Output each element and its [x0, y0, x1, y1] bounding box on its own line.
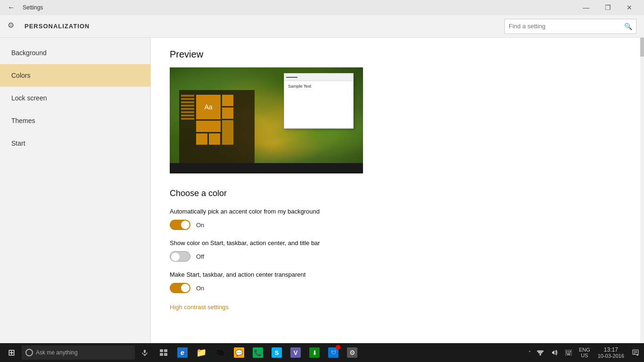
taskbar-app-skype[interactable]: S	[268, 343, 286, 362]
preview-tile-col1: Aa	[196, 95, 221, 145]
tray-time: 13:17	[604, 346, 618, 353]
auto-accent-knob	[181, 221, 190, 229]
svg-rect-15	[568, 353, 569, 354]
personalization-icon: ⚙	[8, 21, 19, 32]
edge-icon: e	[177, 347, 188, 358]
mic-button[interactable]	[136, 343, 154, 362]
tray-chevron[interactable]: ˄	[527, 350, 533, 355]
tray-date: 10-03-2016	[598, 353, 624, 359]
preview-tile-tall	[222, 120, 233, 145]
phone-icon: 📞	[253, 347, 263, 358]
high-contrast-link[interactable]: High contrast settings	[170, 304, 229, 311]
svg-rect-5	[160, 353, 163, 356]
taskbar: ⊞ Ask me anything e 📁 🛍 💬	[0, 343, 644, 362]
sidebar-item-themes[interactable]: Themes	[0, 109, 150, 132]
preview-tile-xs1	[196, 133, 207, 145]
preview-tile-small1	[196, 121, 221, 132]
messaging-icon: 💬	[234, 347, 244, 358]
keyboard-icon	[565, 350, 572, 355]
viber-icon: V	[290, 347, 301, 358]
headerbar-left: ⚙ PERSONALIZATION	[8, 21, 90, 32]
sidebar-item-start[interactable]: Start	[0, 132, 150, 155]
search-input[interactable]	[509, 23, 621, 30]
tray-network-icon[interactable]	[534, 343, 547, 362]
transparent-toggle-row: On	[170, 283, 621, 293]
taskbar-app-viber[interactable]: V	[287, 343, 305, 362]
tray-region-code: US	[581, 353, 588, 358]
tray-language[interactable]: ENG US	[576, 343, 593, 362]
transparent-state: On	[196, 285, 204, 292]
tray-lang-code: ENG	[579, 347, 590, 353]
choose-color-title: Choose a color	[170, 189, 621, 198]
settings-app-icon: ⚙	[347, 347, 357, 358]
system-tray: ˄	[527, 343, 642, 362]
preview-window-titlebar	[284, 74, 353, 81]
taskbar-app-messaging[interactable]: 💬	[230, 343, 248, 362]
preview-tile-row	[196, 133, 221, 145]
preview-container: Aa	[170, 67, 363, 173]
sidebar: Background Colors Lock screen Themes Sta…	[0, 38, 151, 343]
svg-rect-16	[570, 353, 570, 354]
task-view-button[interactable]	[155, 343, 173, 362]
tray-action-center[interactable]	[629, 343, 642, 362]
sidebar-item-lock-screen[interactable]: Lock screen	[0, 87, 150, 109]
svg-rect-0	[144, 350, 146, 353]
scroll-track[interactable]	[640, 38, 644, 343]
scroll-thumb[interactable]	[640, 38, 644, 57]
task-view-icon	[160, 349, 167, 356]
close-button[interactable]: ✕	[619, 0, 640, 15]
show-color-label: Show color on Start, taskbar, action cen…	[170, 239, 621, 247]
sidebar-item-background[interactable]: Background	[0, 41, 150, 64]
auto-accent-setting: Automatically pick an accent color from …	[170, 208, 621, 230]
back-button[interactable]: ←	[4, 0, 19, 15]
preview-tile-xs2	[209, 133, 220, 145]
taskbar-app-torrent[interactable]: ⬇	[305, 343, 323, 362]
tray-volume-icon[interactable]	[548, 343, 561, 362]
skype-icon: S	[272, 347, 282, 358]
mic-icon	[141, 349, 148, 356]
svg-rect-7	[539, 354, 541, 355]
taskbar-app-edge[interactable]: e	[173, 343, 191, 362]
preview-window-line	[286, 77, 297, 78]
main-layout: Background Colors Lock screen Themes Sta…	[0, 38, 644, 343]
auto-accent-label: Automatically pick an accent color from …	[170, 208, 621, 215]
search-box[interactable]: 🔍	[504, 19, 636, 34]
svg-rect-11	[566, 351, 567, 352]
taskbar-app-vpn[interactable]: 🛡	[324, 343, 342, 362]
svg-rect-14	[566, 353, 567, 354]
titlebar-left: ← Settings	[4, 0, 43, 15]
preview-taskbar	[170, 163, 363, 173]
preview-tile-col2	[222, 95, 233, 145]
vpn-badge	[336, 345, 340, 350]
transparent-toggle[interactable]	[170, 283, 190, 293]
restore-button[interactable]: ❐	[597, 0, 619, 15]
start-button[interactable]: ⊞	[2, 343, 21, 362]
preview-tile-s1	[222, 95, 233, 106]
content-area: Preview	[151, 38, 640, 343]
auto-accent-toggle[interactable]	[170, 220, 190, 230]
transparent-knob	[181, 284, 190, 292]
headerbar: ⚙ PERSONALIZATION 🔍	[0, 15, 644, 38]
page-title: PERSONALIZATION	[25, 23, 90, 30]
minimize-button[interactable]: —	[575, 0, 597, 15]
taskbar-app-store[interactable]: 🛍	[211, 343, 229, 362]
taskbar-search[interactable]: Ask me anything	[22, 346, 135, 360]
cortana-icon	[25, 349, 33, 356]
taskbar-app-settings[interactable]: ⚙	[343, 343, 361, 362]
torrent-icon: ⬇	[309, 347, 320, 358]
preview-window: Sample Text	[284, 73, 354, 129]
taskbar-app-phone[interactable]: 📞	[249, 343, 267, 362]
sidebar-item-colors[interactable]: Colors	[0, 64, 150, 87]
svg-rect-4	[164, 349, 167, 352]
auto-accent-state: On	[196, 222, 204, 229]
preview-tile-s2	[222, 107, 233, 119]
tray-clock[interactable]: 13:17 10-03-2016	[594, 343, 628, 362]
tray-keyboard-icon[interactable]	[562, 343, 575, 362]
transparent-label: Make Start, taskbar, and action center t…	[170, 271, 621, 278]
show-color-toggle[interactable]	[170, 251, 190, 262]
volume-icon	[551, 349, 558, 356]
titlebar-title: Settings	[23, 4, 43, 11]
taskbar-app-explorer[interactable]: 📁	[192, 343, 210, 362]
action-center-icon	[632, 349, 639, 356]
taskbar-search-text: Ask me anything	[36, 349, 78, 356]
